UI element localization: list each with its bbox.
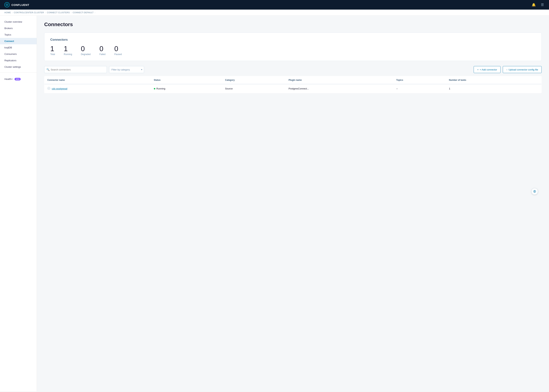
stats-card-title: Connectors bbox=[50, 38, 535, 42]
stat-total-label: Total bbox=[50, 53, 55, 56]
status-indicator bbox=[154, 88, 155, 90]
page-title: Connectors bbox=[44, 21, 542, 28]
nav-right-actions: 🔔 ☰ bbox=[531, 2, 545, 7]
breadcrumb-home[interactable]: HOME bbox=[4, 11, 11, 14]
health-plus-label: Health+ bbox=[4, 78, 13, 80]
sidebar-item-label: Brokers bbox=[4, 27, 13, 30]
status-cell: Running bbox=[154, 87, 219, 90]
sidebar-item-consumers[interactable]: Consumers bbox=[0, 51, 37, 57]
sidebar-item-label: Connect bbox=[4, 40, 14, 42]
sidebar-item-replicators[interactable]: Replicators bbox=[0, 57, 37, 64]
cell-status: Running bbox=[151, 84, 222, 93]
sidebar-item-health-plus[interactable]: Health+ New bbox=[0, 75, 37, 83]
sidebar-item-label: Topics bbox=[4, 33, 11, 36]
menu-button[interactable]: ☰ bbox=[540, 2, 545, 7]
cell-connector-name: cdc-postgresql bbox=[44, 84, 151, 93]
filter-category-select[interactable]: Filter by category Source Sink bbox=[109, 66, 144, 73]
stat-paused-value: 0 bbox=[114, 45, 118, 52]
cell-topics: -- bbox=[393, 84, 446, 93]
search-icon: 🔍 bbox=[46, 68, 50, 71]
table-body: cdc-postgresql Running Source PostgresCo… bbox=[44, 84, 542, 93]
sidebar-item-label: ksqlDB bbox=[4, 46, 12, 49]
breadcrumb-connect-clusters[interactable]: CONNECT CLUSTERS bbox=[47, 11, 70, 14]
notifications-button[interactable]: 🔔 bbox=[531, 2, 536, 7]
toolbar: 🔍 Filter by category Source Sink ▾ + + A… bbox=[44, 66, 542, 73]
sidebar-item-label: Consumers bbox=[4, 53, 17, 55]
col-num-tasks: Number of tasks bbox=[446, 76, 542, 84]
sidebar: Cluster overview Brokers Topics Connect … bbox=[0, 16, 37, 392]
table-header: Connector name Status Category Plugin na… bbox=[44, 76, 542, 84]
add-connector-label: + Add connector bbox=[480, 68, 497, 71]
stat-failed: 0 Failed bbox=[100, 45, 106, 56]
stat-paused-label: Paused bbox=[114, 53, 122, 56]
sidebar-item-brokers[interactable]: Brokers bbox=[0, 25, 37, 31]
sidebar-item-ksqldb[interactable]: ksqlDB bbox=[0, 44, 37, 51]
stat-total: 1 Total bbox=[50, 45, 55, 56]
app-logo[interactable]: CONFLUENT bbox=[4, 2, 29, 7]
app-layout: Cluster overview Brokers Topics Connect … bbox=[0, 16, 549, 392]
stat-failed-value: 0 bbox=[100, 45, 103, 52]
upload-label: Upload connector config file bbox=[509, 68, 538, 71]
stats-row: 1 Total 1 Running 0 Degraded 0 Failed 0 bbox=[50, 45, 535, 56]
main-content: Connectors Connectors 1 Total 1 Running … bbox=[37, 16, 549, 392]
stat-degraded-value: 0 bbox=[81, 45, 85, 52]
col-status: Status bbox=[151, 76, 222, 84]
col-category: Category bbox=[222, 76, 286, 84]
stat-running-label: Running bbox=[64, 53, 72, 56]
stat-running: 1 Running bbox=[64, 45, 72, 56]
cell-num-tasks: 1 bbox=[446, 84, 542, 93]
upload-icon: ↑ bbox=[506, 68, 507, 71]
connector-link-icon bbox=[47, 87, 50, 90]
upload-config-button[interactable]: ↑ Upload connector config file bbox=[503, 66, 542, 73]
connector-name-link[interactable]: cdc-postgresql bbox=[52, 87, 67, 90]
search-input[interactable] bbox=[44, 66, 107, 73]
app-name: CONFLUENT bbox=[11, 3, 29, 7]
stat-total-value: 1 bbox=[50, 45, 54, 52]
table-row: cdc-postgresql Running Source PostgresCo… bbox=[44, 84, 542, 93]
add-icon: + bbox=[477, 68, 479, 71]
logo-icon bbox=[4, 2, 10, 7]
stat-running-value: 1 bbox=[64, 45, 68, 52]
svg-point-1 bbox=[7, 4, 7, 5]
top-navigation: CONFLUENT 🔔 ☰ bbox=[0, 0, 549, 10]
breadcrumb-connect-default[interactable]: CONNECT-DEFAULT bbox=[72, 11, 94, 14]
search-input-wrap: 🔍 bbox=[44, 66, 107, 73]
stat-degraded: 0 Degraded bbox=[81, 45, 91, 56]
stat-paused: 0 Paused bbox=[114, 45, 122, 56]
breadcrumb: HOME › CONTROLCENTER.CLUSTER › CONNECT C… bbox=[0, 10, 549, 16]
table-header-row: Connector name Status Category Plugin na… bbox=[44, 76, 542, 84]
cell-plugin-name: PostgresConnect... bbox=[286, 84, 393, 93]
col-topics: Topics bbox=[393, 76, 446, 84]
sidebar-item-label: Replicators bbox=[4, 59, 16, 62]
sidebar-item-cluster-overview[interactable]: Cluster overview bbox=[0, 19, 37, 25]
stat-degraded-label: Degraded bbox=[81, 53, 91, 56]
stats-card: Connectors 1 Total 1 Running 0 Degraded … bbox=[44, 33, 542, 61]
cell-category: Source bbox=[222, 84, 286, 93]
breadcrumb-sep-2: › bbox=[45, 12, 46, 14]
sidebar-item-cluster-settings[interactable]: Cluster settings bbox=[0, 64, 37, 70]
stat-failed-label: Failed bbox=[100, 53, 106, 56]
breadcrumb-cluster[interactable]: CONTROLCENTER.CLUSTER bbox=[14, 11, 44, 14]
filter-select-wrap: Filter by category Source Sink ▾ bbox=[109, 66, 144, 73]
connector-cell: cdc-postgresql bbox=[47, 87, 148, 90]
col-connector-name: Connector name bbox=[44, 76, 151, 84]
status-label: Running bbox=[156, 87, 165, 90]
col-plugin-name: Plugin name bbox=[286, 76, 393, 84]
breadcrumb-sep-3: › bbox=[71, 12, 72, 14]
connectors-table: Connector name Status Category Plugin na… bbox=[44, 76, 542, 93]
breadcrumb-sep-4: › bbox=[95, 12, 95, 14]
breadcrumb-sep-1: › bbox=[12, 12, 13, 14]
sidebar-item-topics[interactable]: Topics bbox=[0, 31, 37, 38]
new-badge: New bbox=[14, 78, 21, 80]
sidebar-item-connect[interactable]: Connect bbox=[0, 38, 37, 44]
add-connector-button[interactable]: + + Add connector bbox=[474, 66, 500, 73]
sidebar-item-label: Cluster overview bbox=[4, 21, 22, 23]
sidebar-item-label: Cluster settings bbox=[4, 65, 21, 68]
